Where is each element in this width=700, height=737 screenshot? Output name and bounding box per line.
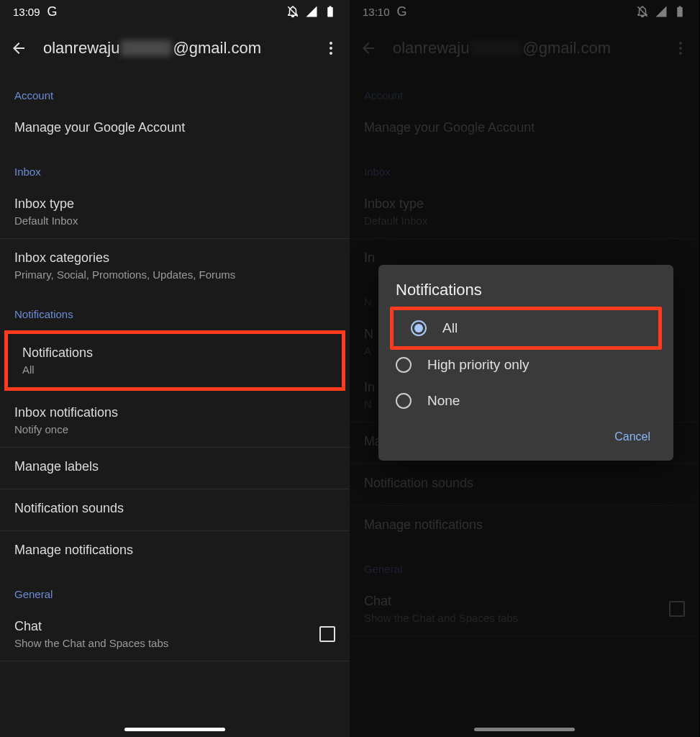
screen-left: 13:09 G olanrewaju @gmail.com Account Ma… (0, 0, 350, 737)
chat-checkbox[interactable] (319, 626, 335, 642)
svg-point-0 (329, 42, 332, 45)
radio-label-high: High priority only (427, 357, 529, 373)
email-prefix: olanrewaju (43, 39, 119, 58)
highlight-box: All (390, 307, 662, 350)
chat-title: Chat (14, 619, 168, 634)
app-header: olanrewaju @gmail.com (0, 23, 350, 73)
email-suffix: @gmail.com (173, 39, 261, 58)
section-notifications: Notifications (0, 292, 350, 327)
manage-notifications-item[interactable]: Manage notifications (0, 531, 350, 572)
manage-labels-label: Manage labels (14, 459, 335, 474)
notifications-dialog: Notifications All High priority only Non… (378, 265, 673, 461)
radio-option-high[interactable]: High priority only (378, 347, 673, 383)
radio-label-none: None (427, 393, 460, 409)
inbox-categories-item[interactable]: Inbox categories Primary, Social, Promot… (0, 239, 350, 292)
status-icons (286, 5, 337, 18)
notifications-subtitle: All (22, 363, 327, 376)
manage-account-label: Manage your Google Account (14, 120, 335, 135)
radio-label-all: All (442, 320, 458, 336)
radio-icon[interactable] (411, 320, 427, 336)
inbox-categories-subtitle: Primary, Social, Promotions, Updates, Fo… (14, 268, 335, 281)
screen-right: 13:10 G olanrewaju @gmail.com Account Ma… (350, 0, 699, 737)
inbox-notif-subtitle: Notify once (14, 423, 335, 435)
inbox-categories-title: Inbox categories (14, 250, 335, 266)
overflow-menu-icon[interactable] (322, 40, 340, 57)
radio-option-none[interactable]: None (378, 383, 673, 419)
redacted-text (121, 40, 171, 56)
radio-icon[interactable] (396, 393, 412, 409)
section-inbox: Inbox (0, 150, 350, 185)
clock: 13:09 (13, 6, 40, 18)
radio-icon[interactable] (396, 357, 412, 373)
back-arrow-icon[interactable] (10, 40, 27, 57)
nav-bar[interactable] (124, 728, 225, 731)
status-bar: 13:09 G (0, 0, 350, 23)
svg-point-2 (329, 52, 332, 55)
section-general: General (0, 572, 350, 607)
notification-sounds-item[interactable]: Notification sounds (0, 489, 350, 531)
inbox-notifications-item[interactable]: Inbox notifications Notify once (0, 394, 350, 448)
notifications-title: Notifications (22, 345, 327, 361)
signal-icon (305, 5, 318, 18)
chat-item[interactable]: Chat Show the Chat and Spaces tabs (0, 607, 350, 661)
battery-icon (324, 5, 337, 18)
inbox-type-title: Inbox type (14, 196, 335, 212)
radio-option-all[interactable]: All (394, 310, 658, 346)
manage-account-item[interactable]: Manage your Google Account (0, 109, 350, 150)
manage-labels-item[interactable]: Manage labels (0, 448, 350, 489)
inbox-notif-title: Inbox notifications (14, 405, 335, 420)
notification-sounds-label: Notification sounds (14, 501, 335, 516)
svg-point-1 (329, 47, 332, 50)
google-g-icon: G (47, 4, 58, 19)
dialog-title: Notifications (378, 281, 673, 305)
manage-notif-label: Manage notifications (14, 543, 335, 558)
page-title: olanrewaju @gmail.com (43, 39, 306, 58)
inbox-type-item[interactable]: Inbox type Default Inbox (0, 185, 350, 239)
highlight-box: Notifications All (4, 330, 345, 391)
notifications-item[interactable]: Notifications All (8, 334, 342, 387)
dnd-icon (286, 5, 299, 18)
cancel-button[interactable]: Cancel (607, 426, 658, 448)
chat-subtitle: Show the Chat and Spaces tabs (14, 637, 168, 649)
section-account: Account (0, 73, 350, 109)
inbox-type-subtitle: Default Inbox (14, 214, 335, 227)
